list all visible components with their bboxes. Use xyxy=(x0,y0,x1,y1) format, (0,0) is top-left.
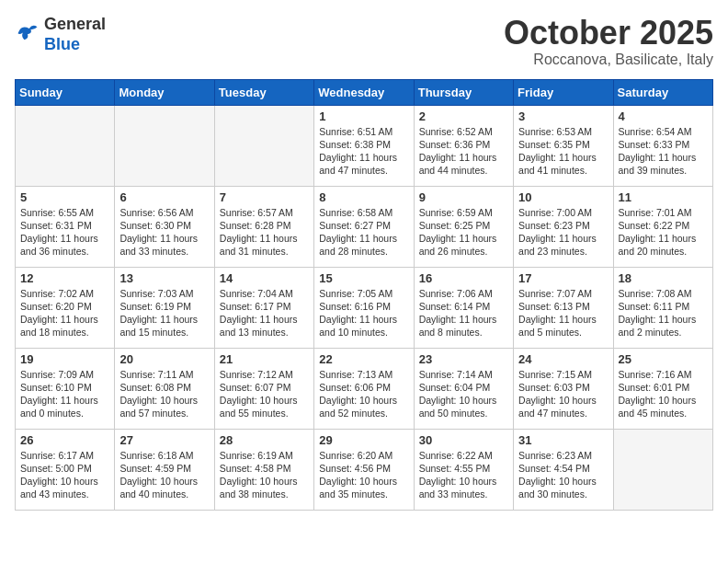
day-info: Sunrise: 6:18 AM Sunset: 4:59 PM Dayligh… xyxy=(119,449,209,501)
week-row-1: 1Sunrise: 6:51 AM Sunset: 6:38 PM Daylig… xyxy=(16,105,713,186)
day-number: 7 xyxy=(220,190,309,204)
day-info: Sunrise: 7:00 AM Sunset: 6:23 PM Dayligh… xyxy=(518,206,608,259)
day-number: 16 xyxy=(419,271,508,285)
empty-cell xyxy=(16,105,115,186)
day-number: 5 xyxy=(20,190,109,204)
day-number: 3 xyxy=(518,109,608,123)
day-cell-18: 18Sunrise: 7:08 AM Sunset: 6:11 PM Dayli… xyxy=(613,267,712,348)
day-number: 21 xyxy=(220,352,309,366)
day-info: Sunrise: 7:15 AM Sunset: 6:03 PM Dayligh… xyxy=(518,368,608,420)
day-cell-15: 15Sunrise: 7:05 AM Sunset: 6:16 PM Dayli… xyxy=(314,267,414,348)
day-cell-22: 22Sunrise: 7:13 AM Sunset: 6:06 PM Dayli… xyxy=(314,348,414,429)
day-number: 9 xyxy=(419,190,508,204)
day-info: Sunrise: 7:12 AM Sunset: 6:07 PM Dayligh… xyxy=(220,368,309,420)
day-cell-27: 27Sunrise: 6:18 AM Sunset: 4:59 PM Dayli… xyxy=(115,429,214,510)
day-header-monday: Monday xyxy=(115,79,214,105)
day-cell-8: 8Sunrise: 6:58 AM Sunset: 6:27 PM Daylig… xyxy=(314,186,414,267)
week-row-5: 26Sunrise: 6:17 AM Sunset: 5:00 PM Dayli… xyxy=(16,429,713,510)
day-info: Sunrise: 7:06 AM Sunset: 6:14 PM Dayligh… xyxy=(419,287,508,339)
day-number: 11 xyxy=(619,190,708,204)
day-cell-21: 21Sunrise: 7:12 AM Sunset: 6:07 PM Dayli… xyxy=(214,348,313,429)
title-block: October 2025 Roccanova, Basilicate, Ital… xyxy=(504,15,713,68)
day-info: Sunrise: 6:51 AM Sunset: 6:38 PM Dayligh… xyxy=(319,125,408,178)
day-info: Sunrise: 6:55 AM Sunset: 6:31 PM Dayligh… xyxy=(20,206,109,259)
day-info: Sunrise: 7:08 AM Sunset: 6:11 PM Dayligh… xyxy=(619,287,708,339)
day-number: 20 xyxy=(119,352,209,366)
day-info: Sunrise: 6:19 AM Sunset: 4:58 PM Dayligh… xyxy=(220,449,309,501)
day-number: 31 xyxy=(518,433,608,447)
day-cell-17: 17Sunrise: 7:07 AM Sunset: 6:13 PM Dayli… xyxy=(514,267,613,348)
day-number: 24 xyxy=(518,352,608,366)
day-header-wednesday: Wednesday xyxy=(314,79,414,105)
day-number: 12 xyxy=(20,271,109,285)
day-cell-9: 9Sunrise: 6:59 AM Sunset: 6:25 PM Daylig… xyxy=(414,186,513,267)
day-cell-10: 10Sunrise: 7:00 AM Sunset: 6:23 PM Dayli… xyxy=(514,186,613,267)
day-info: Sunrise: 6:53 AM Sunset: 6:35 PM Dayligh… xyxy=(518,125,608,178)
location-text: Roccanova, Basilicate, Italy xyxy=(504,52,713,68)
day-number: 23 xyxy=(419,352,508,366)
day-info: Sunrise: 6:59 AM Sunset: 6:25 PM Dayligh… xyxy=(419,206,508,259)
day-cell-19: 19Sunrise: 7:09 AM Sunset: 6:10 PM Dayli… xyxy=(16,348,115,429)
day-number: 22 xyxy=(319,352,408,366)
logo-bird-icon xyxy=(15,22,40,48)
day-cell-26: 26Sunrise: 6:17 AM Sunset: 5:00 PM Dayli… xyxy=(16,429,115,510)
day-cell-13: 13Sunrise: 7:03 AM Sunset: 6:19 PM Dayli… xyxy=(115,267,214,348)
day-cell-24: 24Sunrise: 7:15 AM Sunset: 6:03 PM Dayli… xyxy=(514,348,613,429)
day-info: Sunrise: 7:03 AM Sunset: 6:19 PM Dayligh… xyxy=(119,287,209,339)
day-cell-3: 3Sunrise: 6:53 AM Sunset: 6:35 PM Daylig… xyxy=(514,105,613,186)
day-info: Sunrise: 7:09 AM Sunset: 6:10 PM Dayligh… xyxy=(20,368,109,420)
day-info: Sunrise: 6:22 AM Sunset: 4:55 PM Dayligh… xyxy=(419,449,508,501)
day-number: 27 xyxy=(119,433,209,447)
day-header-friday: Friday xyxy=(514,79,613,105)
day-number: 14 xyxy=(220,271,309,285)
day-info: Sunrise: 7:05 AM Sunset: 6:16 PM Dayligh… xyxy=(319,287,408,339)
day-number: 17 xyxy=(518,271,608,285)
day-cell-6: 6Sunrise: 6:56 AM Sunset: 6:30 PM Daylig… xyxy=(115,186,214,267)
day-cell-16: 16Sunrise: 7:06 AM Sunset: 6:14 PM Dayli… xyxy=(414,267,513,348)
month-title: October 2025 xyxy=(504,15,713,52)
day-cell-28: 28Sunrise: 6:19 AM Sunset: 4:58 PM Dayli… xyxy=(214,429,313,510)
day-info: Sunrise: 6:58 AM Sunset: 6:27 PM Dayligh… xyxy=(319,206,408,259)
day-cell-4: 4Sunrise: 6:54 AM Sunset: 6:33 PM Daylig… xyxy=(613,105,712,186)
day-info: Sunrise: 6:20 AM Sunset: 4:56 PM Dayligh… xyxy=(319,449,408,501)
day-header-tuesday: Tuesday xyxy=(214,79,313,105)
day-number: 30 xyxy=(419,433,508,447)
day-number: 19 xyxy=(20,352,109,366)
day-number: 10 xyxy=(518,190,608,204)
day-number: 28 xyxy=(220,433,309,447)
week-row-3: 12Sunrise: 7:02 AM Sunset: 6:20 PM Dayli… xyxy=(16,267,713,348)
day-number: 4 xyxy=(619,109,708,123)
day-info: Sunrise: 6:57 AM Sunset: 6:28 PM Dayligh… xyxy=(220,206,309,259)
day-info: Sunrise: 6:54 AM Sunset: 6:33 PM Dayligh… xyxy=(619,125,708,178)
day-number: 18 xyxy=(619,271,708,285)
day-cell-14: 14Sunrise: 7:04 AM Sunset: 6:17 PM Dayli… xyxy=(214,267,313,348)
day-number: 2 xyxy=(419,109,508,123)
day-number: 8 xyxy=(319,190,408,204)
day-info: Sunrise: 7:04 AM Sunset: 6:17 PM Dayligh… xyxy=(220,287,309,339)
empty-cell xyxy=(214,105,313,186)
empty-cell xyxy=(613,429,712,510)
day-number: 25 xyxy=(619,352,708,366)
week-row-4: 19Sunrise: 7:09 AM Sunset: 6:10 PM Dayli… xyxy=(16,348,713,429)
day-cell-30: 30Sunrise: 6:22 AM Sunset: 4:55 PM Dayli… xyxy=(414,429,513,510)
day-info: Sunrise: 6:23 AM Sunset: 4:54 PM Dayligh… xyxy=(518,449,608,501)
day-cell-31: 31Sunrise: 6:23 AM Sunset: 4:54 PM Dayli… xyxy=(514,429,613,510)
day-number: 26 xyxy=(20,433,109,447)
day-info: Sunrise: 7:07 AM Sunset: 6:13 PM Dayligh… xyxy=(518,287,608,339)
empty-cell xyxy=(115,105,214,186)
day-cell-1: 1Sunrise: 6:51 AM Sunset: 6:38 PM Daylig… xyxy=(314,105,414,186)
day-cell-2: 2Sunrise: 6:52 AM Sunset: 6:36 PM Daylig… xyxy=(414,105,513,186)
day-cell-11: 11Sunrise: 7:01 AM Sunset: 6:22 PM Dayli… xyxy=(613,186,712,267)
day-cell-20: 20Sunrise: 7:11 AM Sunset: 6:08 PM Dayli… xyxy=(115,348,214,429)
day-number: 6 xyxy=(119,190,209,204)
day-cell-25: 25Sunrise: 7:16 AM Sunset: 6:01 PM Dayli… xyxy=(613,348,712,429)
day-number: 15 xyxy=(319,271,408,285)
day-info: Sunrise: 7:02 AM Sunset: 6:20 PM Dayligh… xyxy=(20,287,109,339)
logo-blue-text: Blue xyxy=(44,35,80,53)
day-info: Sunrise: 7:01 AM Sunset: 6:22 PM Dayligh… xyxy=(619,206,708,259)
day-header-saturday: Saturday xyxy=(613,79,712,105)
day-info: Sunrise: 7:16 AM Sunset: 6:01 PM Dayligh… xyxy=(619,368,708,420)
day-cell-5: 5Sunrise: 6:55 AM Sunset: 6:31 PM Daylig… xyxy=(16,186,115,267)
day-info: Sunrise: 7:11 AM Sunset: 6:08 PM Dayligh… xyxy=(119,368,209,420)
day-number: 13 xyxy=(119,271,209,285)
